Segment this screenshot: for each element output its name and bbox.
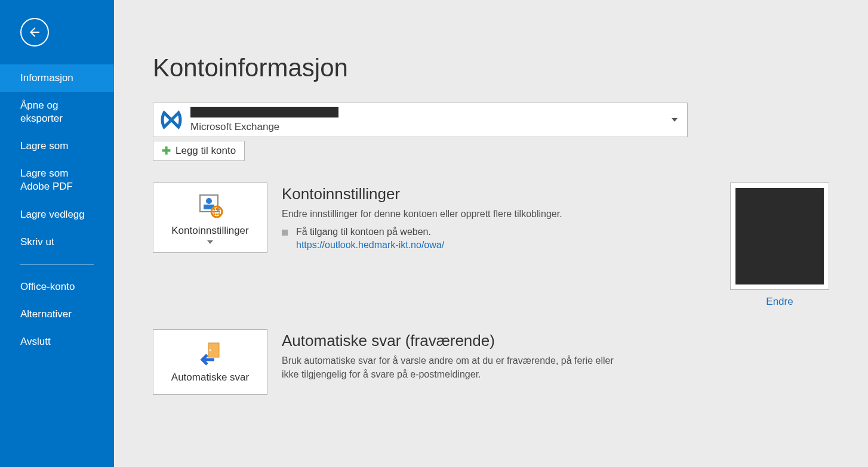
sidebar-item-exit[interactable]: Avslutt <box>0 328 114 355</box>
arrow-left-icon <box>27 25 42 39</box>
profile-photo-frame <box>730 183 829 290</box>
bullet-icon <box>282 230 288 236</box>
account-settings-section: Kontoinnstillinger Kontoinnstillinger En… <box>153 183 829 308</box>
chevron-down-icon <box>207 240 213 244</box>
sidebar-item-save-as-pdf[interactable]: Lagre som Adobe PDF <box>0 160 114 200</box>
auto-reply-icon <box>153 339 267 367</box>
change-photo-link[interactable]: Endre <box>766 296 793 308</box>
account-settings-tile[interactable]: Kontoinnstillinger <box>153 183 267 253</box>
sidebar-item-office-account[interactable]: Office-konto <box>0 273 114 301</box>
sidebar-item-save-as[interactable]: Lagre som <box>0 132 114 160</box>
auto-reply-tile[interactable]: Automatiske svar <box>153 329 267 395</box>
sidebar-item-save-attachments[interactable]: Lagre vedlegg <box>0 201 114 228</box>
plus-icon: ✚ <box>162 146 171 156</box>
add-account-button[interactable]: ✚ Legg til konto <box>153 141 245 161</box>
sidebar-item-open-export[interactable]: Åpne og eksporter <box>0 92 114 132</box>
account-settings-icon <box>153 193 267 220</box>
account-settings-text: Kontoinnstillinger Endre innstillinger f… <box>282 183 562 250</box>
profile-photo-panel: Endre <box>730 183 829 308</box>
exchange-icon <box>159 108 183 132</box>
profile-photo-redacted <box>735 188 824 284</box>
auto-reply-text: Automatiske svar (fraværende) Bruk autom… <box>282 329 616 381</box>
auto-reply-heading: Automatiske svar (fraværende) <box>282 332 616 350</box>
add-account-label: Legg til konto <box>176 145 236 157</box>
chevron-down-icon <box>672 118 678 122</box>
back-button[interactable] <box>20 18 49 47</box>
sidebar-item-informasjon[interactable]: Informasjon <box>0 64 114 92</box>
svg-point-6 <box>210 350 211 351</box>
account-selector-dropdown[interactable]: Microsoft Exchange <box>153 103 688 137</box>
web-access-bullet: Få tilgang til kontoen på weben. <box>282 227 562 237</box>
account-name-redacted <box>190 107 338 117</box>
backstage-sidebar: Informasjon Åpne og eksporter Lagre som … <box>0 0 114 467</box>
sidebar-item-options[interactable]: Alternativer <box>0 301 114 328</box>
svg-point-1 <box>206 198 212 204</box>
web-access-label: Få tilgang til kontoen på weben. <box>296 227 431 237</box>
auto-reply-desc: Bruk automatiske svar for å varsle andre… <box>282 354 616 381</box>
account-selector-text: Microsoft Exchange <box>190 107 681 133</box>
owa-link[interactable]: https://outlook.hedmark-ikt.no/owa/ <box>296 240 444 250</box>
sidebar-divider <box>20 264 94 265</box>
auto-reply-section: Automatiske svar Automatiske svar (fravæ… <box>153 329 829 395</box>
main-content: Kontoinformasjon Microsoft Exchange ✚ Le… <box>114 0 868 467</box>
sidebar-item-print[interactable]: Skriv ut <box>0 228 114 256</box>
account-settings-heading: Kontoinnstillinger <box>282 185 562 203</box>
account-settings-tile-label: Kontoinnstillinger <box>153 225 267 237</box>
account-settings-desc: Endre innstillinger for denne kontoen el… <box>282 207 562 221</box>
auto-reply-tile-label: Automatiske svar <box>153 372 267 384</box>
page-title: Kontoinformasjon <box>153 54 829 82</box>
account-type-label: Microsoft Exchange <box>190 121 681 133</box>
